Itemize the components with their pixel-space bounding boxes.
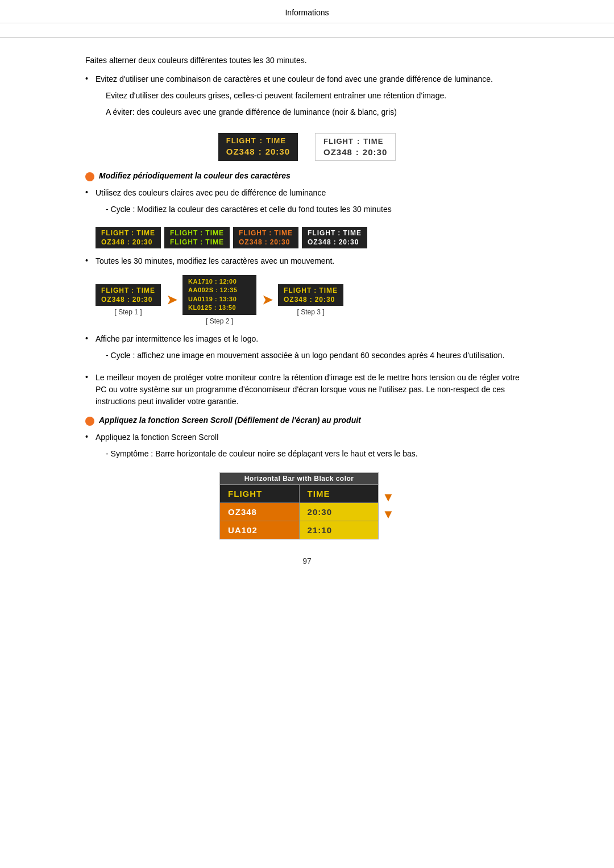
bullet-2-text: Utilisez des couleurs claires avec peu d… bbox=[96, 188, 326, 197]
screen-scroll-board: Horizontal Bar with Black color FLIGHT T… bbox=[219, 472, 379, 539]
ss-arrow-down-1: ▼ bbox=[382, 491, 395, 504]
step-3-item: FLIGHT : TIME OZ348 : 20:30 [ Step 3 ] bbox=[278, 284, 343, 316]
cycle-board-2: FLIGHT : TIME FLIGHT : TIME bbox=[164, 227, 230, 248]
bullet-4: • Affiche par intermittence les images e… bbox=[85, 333, 529, 366]
cycle-board-3: FLIGHT : TIME OZ348 : 20:30 bbox=[233, 227, 298, 248]
flight-board-dark-title: FLIGHT : TIME bbox=[226, 136, 290, 145]
bullet-2: • Utilisez des couleurs claires avec peu… bbox=[85, 187, 529, 220]
ss-row2-left: OZ348 bbox=[220, 503, 299, 521]
bullet-1-sub2: A éviter: des couleurs avec une grande d… bbox=[106, 106, 529, 118]
ss-scroll-arrows: ▼ ▼ bbox=[382, 472, 395, 539]
ss-row2-right: 20:30 bbox=[299, 503, 379, 521]
step-arrow-1: ➤ bbox=[167, 293, 177, 308]
step-1-item: FLIGHT : TIME OZ348 : 20:30 [ Step 1 ] bbox=[96, 284, 161, 316]
bullet-1: • Evitez d'utiliser une combinaison de c… bbox=[85, 73, 529, 123]
screen-scroll-demo: Horizontal Bar with Black color FLIGHT T… bbox=[85, 472, 529, 539]
page-number: 97 bbox=[85, 556, 529, 566]
steps-row: FLIGHT : TIME OZ348 : 20:30 [ Step 1 ] ➤… bbox=[96, 275, 529, 325]
ss-row3-left: UA102 bbox=[220, 521, 299, 539]
orange-bullet-1: Modifiez périodiquement la couleur des c… bbox=[85, 171, 529, 181]
flight-board-dark: FLIGHT : TIME OZ348 : 20:30 bbox=[218, 133, 298, 161]
bullet-dot-6: • bbox=[85, 431, 96, 441]
orange-circle-icon-2 bbox=[85, 417, 94, 426]
step-arrow-2: ➤ bbox=[262, 293, 272, 308]
bullet-5-text: Le meilleur moyen de protéger votre moni… bbox=[96, 373, 520, 406]
bullet-3-text: Toutes les 30 minutes, modifiez les cara… bbox=[96, 256, 334, 265]
bullet-dot-2: • bbox=[85, 187, 96, 197]
bullet-2-sub: - Cycle : Modifiez la couleur des caract… bbox=[106, 203, 529, 215]
cycle-board-4: FLIGHT : TIME OZ348 : 20:30 bbox=[302, 227, 367, 248]
bullet-dot-5: • bbox=[85, 372, 96, 381]
intro-text: Faites alterner deux couleurs différente… bbox=[85, 55, 529, 67]
orange-bullet-2-text: Appliquez la fonction Screen Scroll (Déf… bbox=[99, 416, 361, 425]
ss-row3-right: 21:10 bbox=[299, 521, 379, 539]
cycle-board-1: FLIGHT : TIME OZ348 : 20:30 bbox=[96, 227, 161, 248]
ss-row1-left: FLIGHT bbox=[220, 485, 299, 502]
bullet-6: • Appliquez la fonction Screen Scroll - … bbox=[85, 431, 529, 464]
ss-arrow-down-2: ▼ bbox=[382, 508, 395, 521]
bullet-5: • Le meilleur moyen de protéger votre mo… bbox=[85, 372, 529, 408]
ss-row-1: FLIGHT TIME bbox=[220, 484, 378, 502]
flight-board-light: FLIGHT : TIME OZ348 : 20:30 bbox=[315, 133, 396, 161]
step-2-item: KA1710 : 12:00 AA002S : 12:35 UA0119 : 1… bbox=[182, 275, 256, 325]
page-title: Informations bbox=[285, 8, 329, 17]
bullet-1-text: Evitez d'utiliser une combinaison de car… bbox=[96, 74, 493, 84]
step-3-board: FLIGHT : TIME OZ348 : 20:30 bbox=[278, 284, 343, 306]
bullet-4-text: Affiche par intermittence les images et … bbox=[96, 334, 258, 343]
bullet-dot-1: • bbox=[85, 73, 96, 83]
ss-row-2: OZ348 20:30 bbox=[220, 502, 378, 521]
orange-circle-icon bbox=[85, 172, 94, 181]
flight-board-dark-data: OZ348 : 20:30 bbox=[226, 147, 290, 156]
ss-row-3: UA102 21:10 bbox=[220, 521, 378, 539]
step-1-label: [ Step 1 ] bbox=[114, 308, 142, 316]
step-3-label: [ Step 3 ] bbox=[297, 308, 324, 316]
page-header: Informations bbox=[0, 0, 614, 23]
bullet-1-sub1: Evitez d'utiliser des couleurs grises, c… bbox=[106, 90, 529, 102]
flight-board-light-data: OZ348 : 20:30 bbox=[323, 147, 387, 157]
bullet-dot-3: • bbox=[85, 255, 96, 265]
cycle-boards-row: FLIGHT : TIME OZ348 : 20:30 FLIGHT : TIM… bbox=[96, 227, 529, 248]
bullet-dot-4: • bbox=[85, 333, 96, 343]
flight-board-light-title: FLIGHT : TIME bbox=[323, 137, 387, 146]
bullet-4-sub: - Cycle : affichez une image en mouvemen… bbox=[106, 350, 529, 362]
orange-bullet-2: Appliquez la fonction Screen Scroll (Déf… bbox=[85, 416, 529, 426]
bullet-3: • Toutes les 30 minutes, modifiez les ca… bbox=[85, 255, 529, 267]
step-2-label: [ Step 2 ] bbox=[206, 317, 233, 325]
step-2-board: KA1710 : 12:00 AA002S : 12:35 UA0119 : 1… bbox=[182, 275, 256, 315]
ss-header: Horizontal Bar with Black color bbox=[220, 473, 378, 484]
bullet-6-sub: - Symptôme : Barre horizontale de couleu… bbox=[106, 448, 529, 460]
bullet-6-text: Appliquez la fonction Screen Scroll bbox=[96, 433, 218, 442]
orange-bullet-1-text: Modifiez périodiquement la couleur des c… bbox=[99, 171, 291, 180]
step-1-board: FLIGHT : TIME OZ348 : 20:30 bbox=[96, 284, 161, 306]
ss-row1-right: TIME bbox=[299, 485, 379, 502]
flight-boards-demo: FLIGHT : TIME OZ348 : 20:30 FLIGHT : TIM… bbox=[85, 133, 529, 161]
